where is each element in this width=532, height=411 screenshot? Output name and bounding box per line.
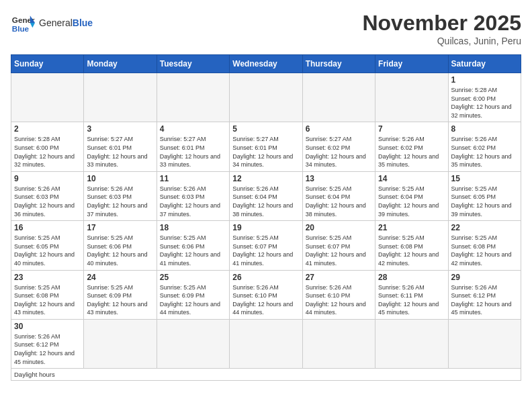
calendar-cell: 4Sunrise: 5:27 AM Sunset: 6:01 PM Daylig… [157,122,229,171]
title-block: November 2025 Quilcas, Junin, Peru [362,11,521,46]
day-info: Sunrise: 5:26 AM Sunset: 6:12 PM Dayligh… [14,332,81,366]
day-info: Sunrise: 5:27 AM Sunset: 6:01 PM Dayligh… [232,135,299,169]
calendar-cell: 16Sunrise: 5:25 AM Sunset: 6:05 PM Dayli… [11,221,84,270]
calendar-cell [84,73,157,122]
calendar-cell: 15Sunrise: 5:25 AM Sunset: 6:05 PM Dayli… [448,171,521,220]
day-number: 29 [451,273,518,282]
day-info: Sunrise: 5:26 AM Sunset: 6:11 PM Dayligh… [378,283,445,317]
calendar-cell: 3Sunrise: 5:27 AM Sunset: 6:01 PM Daylig… [84,122,157,171]
calendar-cell: 22Sunrise: 5:25 AM Sunset: 6:08 PM Dayli… [448,221,521,270]
day-info: Sunrise: 5:25 AM Sunset: 6:08 PM Dayligh… [14,283,81,317]
calendar-cell [84,319,157,368]
calendar-cell: 2Sunrise: 5:28 AM Sunset: 6:00 PM Daylig… [11,122,84,171]
day-info: Sunrise: 5:25 AM Sunset: 6:07 PM Dayligh… [306,234,372,267]
logo-general: General [39,17,73,28]
day-info: Sunrise: 5:25 AM Sunset: 6:06 PM Dayligh… [160,234,226,267]
day-info: Sunrise: 5:27 AM Sunset: 6:01 PM Dayligh… [160,135,226,169]
calendar-cell: 8Sunrise: 5:26 AM Sunset: 6:02 PM Daylig… [448,122,521,171]
footer-row: Daylight hours [11,369,521,381]
day-info: Sunrise: 5:25 AM Sunset: 6:05 PM Dayligh… [14,234,81,267]
calendar-week-row: 16Sunrise: 5:25 AM Sunset: 6:05 PM Dayli… [11,221,521,270]
day-number: 21 [378,223,445,232]
day-number: 28 [378,273,445,282]
calendar-table: SundayMondayTuesdayWednesdayThursdayFrid… [11,54,521,381]
calendar-cell: 27Sunrise: 5:26 AM Sunset: 6:10 PM Dayli… [302,270,375,319]
day-number: 1 [451,75,518,85]
calendar-cell: 14Sunrise: 5:25 AM Sunset: 6:04 PM Dayli… [375,171,448,220]
calendar-cell: 9Sunrise: 5:26 AM Sunset: 6:03 PM Daylig… [11,171,84,220]
calendar-header-thursday: Thursday [302,55,375,73]
calendar-cell: 18Sunrise: 5:25 AM Sunset: 6:06 PM Dayli… [157,221,229,270]
day-number: 18 [160,223,226,232]
day-info: Sunrise: 5:25 AM Sunset: 6:09 PM Dayligh… [160,283,226,317]
day-info: Sunrise: 5:26 AM Sunset: 6:03 PM Dayligh… [87,185,153,218]
day-info: Sunrise: 5:25 AM Sunset: 6:09 PM Dayligh… [87,283,153,317]
calendar-header-monday: Monday [84,55,157,73]
calendar-cell [302,319,375,368]
calendar-cell: 21Sunrise: 5:25 AM Sunset: 6:08 PM Dayli… [375,221,448,270]
calendar-cell [11,73,84,122]
calendar-header-tuesday: Tuesday [157,55,229,73]
calendar-cell: 29Sunrise: 5:26 AM Sunset: 6:12 PM Dayli… [448,270,521,319]
day-info: Sunrise: 5:26 AM Sunset: 6:03 PM Dayligh… [160,185,226,218]
day-info: Sunrise: 5:27 AM Sunset: 6:02 PM Dayligh… [306,135,372,169]
calendar-header-saturday: Saturday [448,55,521,73]
day-number: 26 [232,273,299,282]
day-info: Sunrise: 5:26 AM Sunset: 6:10 PM Dayligh… [232,283,299,317]
calendar-cell: 28Sunrise: 5:26 AM Sunset: 6:11 PM Dayli… [375,270,448,319]
calendar-cell: 7Sunrise: 5:26 AM Sunset: 6:02 PM Daylig… [375,122,448,171]
svg-text:Blue: Blue [12,24,30,33]
day-number: 25 [160,273,226,282]
calendar-header-friday: Friday [375,55,448,73]
day-info: Sunrise: 5:25 AM Sunset: 6:08 PM Dayligh… [378,234,445,267]
day-number: 14 [378,174,445,183]
calendar-cell: 10Sunrise: 5:26 AM Sunset: 6:03 PM Dayli… [84,171,157,220]
calendar-week-row: 1Sunrise: 5:28 AM Sunset: 6:00 PM Daylig… [11,73,521,122]
month-title: November 2025 [362,11,521,36]
day-info: Sunrise: 5:26 AM Sunset: 6:04 PM Dayligh… [232,185,299,218]
day-number: 2 [14,124,81,134]
day-info: Sunrise: 5:26 AM Sunset: 6:12 PM Dayligh… [451,283,518,317]
calendar-cell [448,319,521,368]
day-info: Sunrise: 5:26 AM Sunset: 6:02 PM Dayligh… [378,135,445,169]
day-info: Sunrise: 5:25 AM Sunset: 6:06 PM Dayligh… [87,234,153,267]
calendar-cell [375,73,448,122]
calendar-header-row: SundayMondayTuesdayWednesdayThursdayFrid… [11,55,521,73]
logo: General Blue GeneralBlue [11,11,93,35]
calendar-header-sunday: Sunday [11,55,84,73]
day-number: 6 [306,124,372,134]
calendar-cell: 24Sunrise: 5:25 AM Sunset: 6:09 PM Dayli… [84,270,157,319]
calendar-cell: 26Sunrise: 5:26 AM Sunset: 6:10 PM Dayli… [230,270,302,319]
day-number: 8 [451,124,518,134]
calendar-cell [230,319,302,368]
day-info: Sunrise: 5:25 AM Sunset: 6:05 PM Dayligh… [451,185,518,218]
day-number: 9 [14,174,81,183]
day-info: Sunrise: 5:28 AM Sunset: 6:00 PM Dayligh… [451,86,518,120]
calendar-week-row: 30Sunrise: 5:26 AM Sunset: 6:12 PM Dayli… [11,319,521,368]
day-number: 16 [14,223,81,232]
location: Quilcas, Junin, Peru [362,36,521,46]
day-number: 30 [14,322,81,331]
calendar-cell: 5Sunrise: 5:27 AM Sunset: 6:01 PM Daylig… [230,122,302,171]
day-number: 11 [160,174,226,183]
day-number: 3 [87,124,153,134]
day-number: 23 [14,273,81,282]
day-number: 5 [232,124,299,134]
day-info: Sunrise: 5:26 AM Sunset: 6:03 PM Dayligh… [14,185,81,218]
calendar-cell: 17Sunrise: 5:25 AM Sunset: 6:06 PM Dayli… [84,221,157,270]
logo-icon: General Blue [11,11,35,35]
day-number: 15 [451,174,518,183]
calendar-cell: 13Sunrise: 5:25 AM Sunset: 6:04 PM Dayli… [302,171,375,220]
footer-cell: Daylight hours [11,369,521,381]
calendar-cell [157,73,229,122]
calendar-cell [375,319,448,368]
calendar-cell: 19Sunrise: 5:25 AM Sunset: 6:07 PM Dayli… [230,221,302,270]
day-info: Sunrise: 5:25 AM Sunset: 6:07 PM Dayligh… [232,234,299,267]
calendar-week-row: 9Sunrise: 5:26 AM Sunset: 6:03 PM Daylig… [11,171,521,220]
calendar-cell: 30Sunrise: 5:26 AM Sunset: 6:12 PM Dayli… [11,319,84,368]
calendar-cell [157,319,229,368]
calendar-header-wednesday: Wednesday [230,55,302,73]
calendar-cell [302,73,375,122]
day-number: 17 [87,223,153,232]
day-info: Sunrise: 5:27 AM Sunset: 6:01 PM Dayligh… [87,135,153,169]
